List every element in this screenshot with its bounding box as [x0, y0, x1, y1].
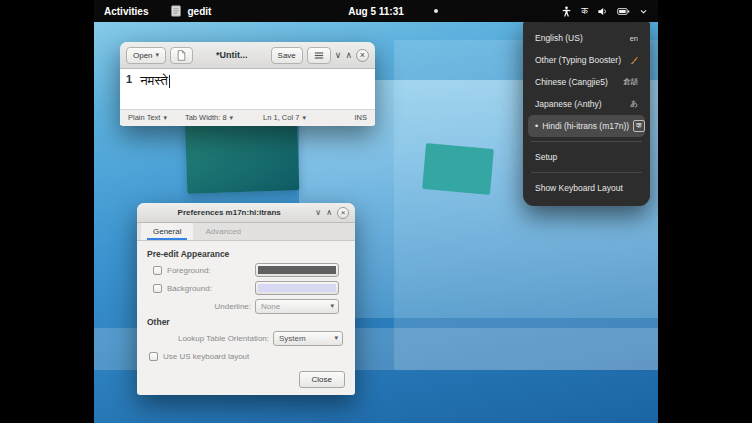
dialog-close-label: Close [312, 375, 332, 384]
lookup-orientation-value: System [279, 334, 334, 343]
us-keyboard-row: Use US keyboard layout [147, 347, 345, 365]
save-button[interactable]: Save [271, 47, 303, 64]
background-color-swatch [258, 284, 336, 292]
us-keyboard-label: Use US keyboard layout [163, 352, 249, 361]
lookup-orientation-dropdown[interactable]: System ▾ [273, 331, 343, 346]
menu-item-label: Japanese (Anthy) [535, 99, 602, 109]
open-button-label: Open [133, 51, 153, 60]
underline-label: Underline: [215, 302, 251, 311]
chevron-down-icon: ▾ [330, 302, 334, 310]
background-row: Background: [147, 279, 345, 297]
menu-separator [531, 141, 642, 142]
foreground-checkbox[interactable] [153, 266, 162, 275]
menu-item-japanese[interactable]: Japanese (Anthy) あ [528, 93, 645, 115]
foreground-color-button[interactable] [255, 263, 339, 277]
battery-icon [617, 6, 630, 17]
section-preedit-appearance: Pre-edit Appearance [147, 247, 345, 261]
preferences-dialog: Preferences m17n:hi:itrans ∨ ∧ × General… [137, 203, 355, 395]
dialog-title: Preferences m17n:hi:itrans [143, 208, 315, 217]
tab-advanced[interactable]: Advanced [193, 223, 253, 240]
gedit-icon [170, 5, 182, 17]
gedit-headerbar: Open ▾ *Untit... Save [120, 42, 375, 69]
minimize-button[interactable]: ∨ [315, 209, 321, 217]
tab-general[interactable]: General [141, 223, 193, 240]
tab-strip: General Advanced [137, 223, 355, 241]
background-color-button[interactable] [255, 281, 339, 295]
tab-label: General [153, 227, 181, 236]
underline-value: None [261, 302, 330, 311]
lookup-orientation-row: Lookup Table Orientation: System ▾ [147, 329, 345, 347]
input-source-badge: 倉頡 [623, 77, 638, 87]
accessibility-icon [561, 6, 572, 17]
text-cursor [169, 75, 170, 88]
chevron-down-icon: ▾ [302, 114, 306, 122]
cursor-position-selector[interactable]: Ln 1, Col 7 ▾ [263, 113, 306, 122]
system-tray[interactable]: क [557, 0, 652, 22]
close-button[interactable]: × [356, 49, 369, 62]
background-checkbox[interactable] [153, 284, 162, 293]
wallpaper-shape [422, 143, 494, 195]
active-tab-accent [147, 238, 187, 240]
text-editor-area[interactable]: 1 नमस्ते [120, 69, 375, 109]
background-label: Background: [167, 284, 212, 293]
minimize-button[interactable]: ∨ [335, 51, 342, 60]
chevron-down-icon: ▾ [156, 51, 160, 59]
foreground-label: Foreground: [167, 266, 211, 275]
app-menu[interactable]: gedit [170, 5, 211, 17]
maximize-button[interactable]: ∧ [345, 51, 352, 60]
menu-item-typing-booster[interactable]: Other (Typing Booster) [528, 49, 645, 71]
input-source-menu: English (US) en Other (Typing Booster) C… [523, 22, 650, 206]
menu-item-label: Show Keyboard Layout [535, 183, 623, 193]
gedit-window: Open ▾ *Untit... Save [120, 42, 375, 126]
menu-item-label: Other (Typing Booster) [535, 55, 621, 65]
clock[interactable]: Aug 5 11:31 [348, 6, 404, 17]
input-source-badge: en [630, 34, 638, 43]
menu-item-setup[interactable]: Setup [528, 146, 645, 168]
open-button[interactable]: Open ▾ [126, 47, 166, 64]
lookup-orientation-label: Lookup Table Orientation: [178, 334, 269, 343]
close-button[interactable]: × [337, 207, 349, 219]
app-menu-label: gedit [187, 6, 211, 17]
us-keyboard-checkbox[interactable] [149, 352, 158, 361]
language-selector[interactable]: Plain Text ▾ [128, 113, 167, 122]
menu-item-label: Chinese (Cangjie5) [535, 77, 608, 87]
notification-dot [434, 9, 438, 13]
save-button-label: Save [278, 51, 296, 60]
keyboard-layout-indicator[interactable]: क [581, 6, 588, 17]
foreground-row: Foreground: [147, 261, 345, 279]
menu-item-chinese[interactable]: Chinese (Cangjie5) 倉頡 [528, 71, 645, 93]
menu-button[interactable] [307, 47, 331, 64]
chevron-down-icon: ▾ [163, 114, 167, 122]
input-source-badge: क [633, 120, 645, 132]
activities-button[interactable]: Activities [94, 0, 158, 22]
language-label: Plain Text [128, 113, 160, 122]
volume-icon [597, 6, 608, 17]
desktop: Activities gedit Aug 5 11:31 क [94, 0, 658, 423]
line-number: 1 [126, 73, 132, 85]
section-other: Other [147, 315, 345, 329]
input-source-badge: あ [630, 99, 638, 109]
menu-item-english[interactable]: English (US) en [528, 27, 645, 49]
screen: Activities gedit Aug 5 11:31 क [0, 0, 752, 423]
menu-item-hindi[interactable]: • Hindi (hi-itrans (m17n)) क [528, 115, 645, 137]
underline-dropdown[interactable]: None ▾ [255, 299, 339, 314]
menu-separator [531, 172, 642, 173]
hamburger-icon [314, 51, 324, 60]
new-document-button[interactable] [170, 47, 193, 64]
foreground-color-swatch [258, 266, 336, 274]
preferences-headerbar: Preferences m17n:hi:itrans ∨ ∧ × [137, 203, 355, 223]
chevron-down-icon: ▾ [230, 114, 234, 122]
document-text: नमस्ते [140, 73, 170, 89]
maximize-button[interactable]: ∧ [326, 209, 332, 217]
menu-item-label: Hindi (hi-itrans (m17n)) [542, 121, 629, 131]
menu-item-show-keyboard-layout[interactable]: Show Keyboard Layout [528, 177, 645, 199]
insert-mode-indicator: INS [354, 113, 367, 122]
menu-item-label: Setup [535, 152, 557, 162]
top-bar: Activities gedit Aug 5 11:31 क [94, 0, 658, 22]
gedit-statusbar: Plain Text ▾ Tab Width: 8 ▾ Ln 1, Col 7 … [120, 109, 375, 125]
new-document-icon [177, 50, 186, 61]
tab-width-label: Tab Width: 8 [185, 113, 227, 122]
dialog-close-button[interactable]: Close [299, 371, 345, 388]
tab-width-selector[interactable]: Tab Width: 8 ▾ [185, 113, 233, 122]
selected-dot: • [535, 122, 538, 131]
